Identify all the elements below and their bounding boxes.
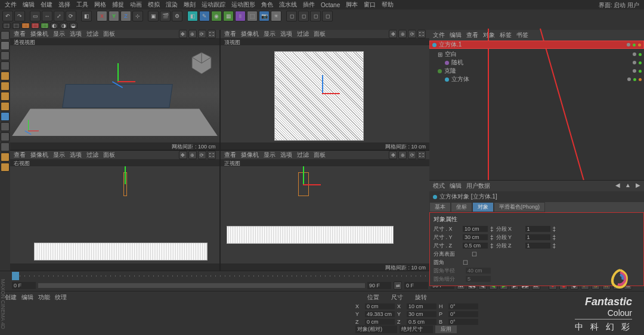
cloner-result[interactable] (274, 51, 364, 141)
menu-snap[interactable]: 捕捉 (112, 1, 124, 9)
menu-edit[interactable]: 编辑 (23, 1, 35, 9)
vp-menu-view[interactable]: 查看 (224, 151, 236, 159)
attr-nav-back-icon[interactable]: ◀ (615, 182, 620, 190)
v-10[interactable] (1, 163, 10, 172)
menu-octane[interactable]: Octane (321, 2, 340, 8)
loop-icon[interactable]: ⇄ (394, 281, 402, 290)
deformer-button[interactable]: ⫴ (235, 11, 246, 21)
zoom-icon[interactable]: ⊕ (188, 151, 197, 159)
menu-character[interactable]: 角色 (261, 1, 273, 9)
viewport-canvas[interactable] (221, 45, 430, 142)
spinner-icon[interactable]: ‡ (553, 234, 556, 241)
maximize-icon[interactable]: ⛶ (208, 151, 216, 159)
size-y-field[interactable]: 30 cm (463, 234, 488, 240)
undo-button[interactable]: ↶ (2, 11, 13, 21)
viewport-right[interactable]: 查看 摄像机 显示 选项 过滤 面板 ✥⊕⟳⛶ 右视图 (10, 151, 219, 271)
workplane-button[interactable] (1, 61, 10, 70)
menu-render[interactable]: 渲染 (166, 1, 178, 9)
rotate-tool[interactable]: ⟳ (66, 11, 76, 21)
layout-dropdown[interactable]: 界面: 启动 用户 (599, 1, 639, 10)
maximize-icon[interactable]: ⛶ (208, 30, 216, 38)
viewport-front[interactable]: 查看 摄像机 显示 选项 过滤 面板 ✥⊕⟳⛶ 正视图 网格间距 : 10 cm (221, 151, 430, 271)
spinner-icon[interactable]: ‡ (553, 226, 556, 232)
size-z-field[interactable]: 0.5 cm (463, 243, 488, 249)
palette-icon-3[interactable]: ⬚ (21, 23, 30, 29)
axis-button[interactable] (1, 102, 10, 111)
menu-mograph[interactable]: 运动图形 (231, 1, 255, 9)
separate-surface-checkbox[interactable]: ☐ (472, 251, 477, 258)
nav-cube[interactable] (190, 51, 213, 75)
cloner-result[interactable] (34, 243, 208, 260)
texture-mode-button[interactable] (1, 51, 10, 60)
cloner-result[interactable] (227, 226, 394, 244)
vp-menu-view[interactable]: 查看 (14, 30, 26, 38)
menu-plugins[interactable]: 插件 (303, 1, 315, 9)
menu-animate[interactable]: 动画 (130, 1, 142, 9)
vp-menu-filter[interactable]: 过滤 (297, 30, 309, 38)
zoom-icon[interactable]: ⊕ (398, 30, 407, 38)
menu-motion-tracking[interactable]: 运动跟踪 (202, 1, 225, 9)
tab-coord[interactable]: 坐标 (451, 202, 472, 212)
v-9[interactable] (1, 153, 10, 162)
zoom-icon[interactable]: ⊕ (398, 151, 407, 159)
cube-object[interactable] (62, 84, 173, 108)
seg-x-field[interactable]: 1 (525, 226, 550, 232)
menu-create[interactable]: 创建 (41, 1, 52, 9)
nav-icon[interactable]: ✥ (179, 30, 187, 38)
vp-menu-view[interactable]: 查看 (224, 30, 236, 38)
mat-menu-create[interactable]: 创建 (5, 293, 17, 302)
spinner-icon[interactable]: ‡ (490, 243, 494, 249)
size-x-field[interactable]: 10 cm (407, 303, 436, 309)
camera-button[interactable]: 📷 (259, 11, 270, 21)
vp-menu-options[interactable]: 选项 (280, 151, 292, 159)
vp-menu-panel[interactable]: 面板 (314, 151, 326, 159)
palette-icon-7[interactable]: ◑ (60, 23, 68, 29)
spinner-icon[interactable]: ‡ (490, 234, 494, 241)
frame-start-field[interactable]: 0 F (12, 282, 36, 289)
menu-help[interactable]: 帮助 (382, 1, 394, 9)
rotate-icon[interactable]: ⟳ (198, 30, 206, 38)
viewport-canvas[interactable] (10, 45, 219, 142)
spinner-icon[interactable]: ‡ (553, 243, 556, 249)
current-frame-field[interactable]: 0 F (404, 282, 428, 289)
pos-z-field[interactable]: 0 cm (365, 319, 395, 325)
ov-button-1[interactable]: ◻ (286, 11, 297, 21)
rotate-icon[interactable]: ⟳ (408, 30, 416, 38)
seg-z-field[interactable]: 1 (525, 243, 550, 249)
make-editable-button[interactable] (1, 31, 10, 40)
rot-h-field[interactable]: 0° (448, 303, 478, 309)
render-pv-button[interactable]: 🎬 (160, 11, 171, 21)
tab-phong[interactable]: 平滑着色(Phong) (494, 202, 545, 212)
nav-icon[interactable]: ✥ (389, 30, 397, 38)
viewport-canvas[interactable] (221, 166, 430, 263)
vp-menu-options[interactable]: 选项 (70, 30, 82, 38)
obj-menu-bookmarks[interactable]: 书签 (516, 31, 528, 39)
palette-icon-6[interactable]: ◐ (50, 23, 58, 29)
rot-b-field[interactable]: 0° (448, 319, 478, 325)
select-tool[interactable]: ▭ (30, 11, 41, 21)
scale-tool[interactable]: ⤢ (54, 11, 64, 21)
vp-menu-filter[interactable]: 过滤 (297, 151, 309, 159)
extrude-button[interactable]: ▦ (223, 11, 234, 21)
ov-button-2[interactable]: ◻ (298, 11, 309, 21)
menu-tools[interactable]: 工具 (76, 1, 88, 9)
palette-icon-4[interactable]: ⬚ (31, 23, 39, 29)
vp-menu-filter[interactable]: 过滤 (86, 151, 98, 159)
tag-icon[interactable] (639, 78, 642, 81)
vp-menu-view[interactable]: 查看 (14, 151, 26, 159)
enable-dot-icon[interactable] (633, 78, 636, 81)
size-y-field[interactable]: 30 cm (407, 311, 436, 317)
object-tree[interactable]: ⊞空白 随机 克隆 立方体 (429, 49, 644, 180)
model-mode-button[interactable] (1, 41, 10, 50)
attr-menu-mode[interactable]: 模式 (433, 182, 445, 190)
snap-button[interactable] (1, 112, 10, 121)
recent-tool[interactable]: ◧ (81, 11, 92, 21)
coord-mode-dropdown[interactable]: 对象(相对) (355, 325, 397, 333)
vp-menu-camera[interactable]: 摄像机 (30, 151, 48, 159)
menu-window[interactable]: 窗口 (364, 1, 376, 9)
ov-button-3[interactable]: ◻ (310, 11, 321, 21)
attr-menu-userdata[interactable]: 用户数据 (466, 182, 490, 190)
rotate-icon[interactable]: ⟳ (408, 151, 416, 159)
tree-row-cube[interactable]: 立方体 (429, 75, 644, 83)
tree-row-random[interactable]: 随机 (429, 58, 644, 67)
